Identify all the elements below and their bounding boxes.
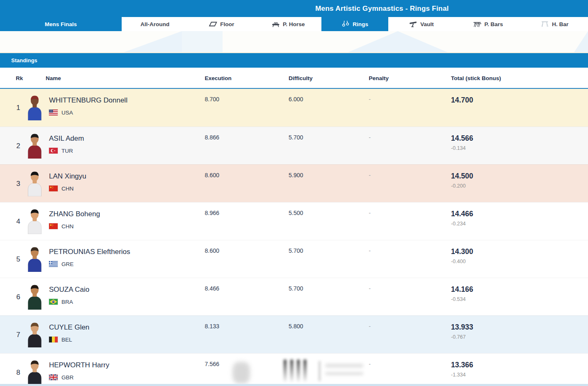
total-value: 13.933 xyxy=(451,322,473,332)
column-header-rank: Rk xyxy=(16,75,23,81)
table-row[interactable]: 1 WHITTENBURG Donnell USA 8.700 6.000 - … xyxy=(0,89,588,127)
decor-rectangle xyxy=(182,31,223,52)
athlete-block: SOUZA Caio BRA xyxy=(49,285,89,305)
flag-chn xyxy=(49,223,58,229)
table-row[interactable]: 3 LAN Xingyu CHN 8.600 5.900 - 14.500 -0… xyxy=(0,164,588,202)
athlete-photo xyxy=(25,208,44,234)
athlete-block: LAN Xingyu CHN xyxy=(49,172,86,192)
standings-rows: 1 WHITTENBURG Donnell USA 8.700 6.000 - … xyxy=(0,89,588,386)
tab-p-horse[interactable]: P. Horse xyxy=(255,17,321,31)
total-cell: 14.500 -0.200 xyxy=(451,171,473,189)
blurred-watermark xyxy=(230,357,359,386)
page-title: Mens Artistic Gymnastics - Rings Final xyxy=(174,0,588,17)
flag-gbr xyxy=(49,374,58,380)
athlete-photo xyxy=(25,95,44,120)
flag-chn xyxy=(49,186,58,191)
rank-cell: 1 xyxy=(12,89,24,127)
execution-value: 8.466 xyxy=(205,285,219,292)
vault-icon xyxy=(409,21,417,27)
decor-triangle xyxy=(348,31,398,52)
decor-triangle xyxy=(568,31,588,52)
pommel-horse-icon xyxy=(272,21,280,27)
total-deduction: -0.234 xyxy=(451,221,473,227)
country-code: GRE xyxy=(61,261,74,267)
column-header-penalty: Penalty xyxy=(369,75,389,81)
execution-value: 8.600 xyxy=(205,172,219,178)
total-value: 14.300 xyxy=(451,247,473,256)
execution-value: 8.866 xyxy=(205,134,219,141)
athlete-block: ZHANG Boheng CHN xyxy=(49,210,100,230)
total-value: 13.366 xyxy=(451,360,473,369)
flag-usa xyxy=(49,110,58,115)
rank-cell: 6 xyxy=(12,278,24,316)
total-value: 14.566 xyxy=(451,134,473,143)
table-row[interactable]: 2 ASIL Adem TUR 8.866 5.700 - 14.566 -0.… xyxy=(0,127,588,164)
athlete-block: PETROUNIAS Eleftherios GRE xyxy=(49,247,130,267)
tab-label: P. Horse xyxy=(283,21,305,27)
total-value: 14.166 xyxy=(451,285,473,294)
decor-triangle xyxy=(124,31,182,52)
floor-icon xyxy=(209,21,217,27)
total-deduction: -0.767 xyxy=(451,334,473,340)
athlete-name: HEPWORTH Harry xyxy=(49,361,109,370)
country-code: GBR xyxy=(61,374,74,381)
country-code: USA xyxy=(61,110,73,116)
country-code: CHN xyxy=(61,223,74,230)
total-cell: 13.933 -0.767 xyxy=(451,322,473,340)
high-bar-icon xyxy=(541,21,549,27)
table-row[interactable]: 5 PETROUNIAS Eleftherios GRE 8.600 5.700… xyxy=(0,240,588,278)
table-row[interactable]: 8 HEPWORTH Harry GBR 7.566 - 13.366 -1.3… xyxy=(0,353,588,386)
athlete-name: CUYLE Glen xyxy=(49,323,89,332)
total-cell: 14.700 xyxy=(451,95,473,105)
athlete-photo xyxy=(25,171,44,196)
penalty-value: - xyxy=(369,96,371,103)
execution-value: 8.966 xyxy=(205,210,219,216)
penalty-value: - xyxy=(369,172,371,178)
penalty-value: - xyxy=(369,247,371,254)
difficulty-value: 5.700 xyxy=(289,134,303,141)
rank-cell: 2 xyxy=(12,127,24,165)
total-deduction: -0.134 xyxy=(451,145,473,151)
tab-mens-finals-label: Mens Finals xyxy=(45,21,77,27)
difficulty-value: 5.900 xyxy=(289,172,303,178)
table-row[interactable]: 7 CUYLE Glen BEL 8.133 5.800 - 13.933 -0… xyxy=(0,315,588,353)
difficulty-value: 6.000 xyxy=(289,96,303,103)
table-row[interactable]: 6 SOUZA Caio BRA 8.466 5.700 - 14.166 -0… xyxy=(0,278,588,315)
table-row[interactable]: 4 ZHANG Boheng CHN 8.966 5.500 - 14.466 … xyxy=(0,202,588,240)
penalty-value: - xyxy=(369,210,371,216)
results-page: Mens Artistic Gymnastics - Rings Final M… xyxy=(0,0,588,386)
total-value: 14.500 xyxy=(451,171,473,181)
tab-label: Rings xyxy=(353,21,368,27)
tab-all-around[interactable]: All-Around xyxy=(122,17,188,31)
tab-vault[interactable]: Vault xyxy=(388,17,455,31)
rank-cell: 7 xyxy=(12,316,24,354)
execution-value: 8.700 xyxy=(205,96,219,103)
table-header: Rk Name Execution Difficulty Penalty Tot… xyxy=(0,68,588,89)
title-bar: Mens Artistic Gymnastics - Rings Final xyxy=(0,0,588,17)
execution-value: 7.566 xyxy=(205,361,219,367)
rings-icon xyxy=(341,21,350,27)
penalty-value: - xyxy=(369,323,371,330)
tab-p-bars[interactable]: P. Bars xyxy=(455,17,521,31)
tab-strip-tabs: All-Around Floor P. Horse Rings Vault P.… xyxy=(122,17,588,31)
athlete-name: LAN Xingyu xyxy=(49,172,86,181)
rank-cell: 5 xyxy=(12,240,24,278)
bottom-strip xyxy=(0,384,588,386)
flag-gre xyxy=(49,261,58,267)
tab-label: H. Bar xyxy=(552,21,568,27)
tab-floor[interactable]: Floor xyxy=(188,17,255,31)
total-cell: 14.166 -0.534 xyxy=(451,285,473,302)
tab-rings[interactable]: Rings xyxy=(321,17,388,31)
column-header-execution: Execution xyxy=(205,75,232,81)
tab-mens-finals[interactable]: Mens Finals xyxy=(0,17,122,31)
flag-bra xyxy=(49,299,58,305)
standings-section-bar: Standings xyxy=(0,53,588,68)
athlete-photo xyxy=(25,246,44,272)
execution-value: 8.600 xyxy=(205,247,219,254)
athlete-photo xyxy=(25,359,44,385)
athlete-name: ZHANG Boheng xyxy=(49,210,100,219)
rank-cell: 8 xyxy=(12,354,24,386)
athlete-photo xyxy=(25,133,44,159)
tab-h-bar[interactable]: H. Bar xyxy=(522,17,588,31)
column-header-name: Name xyxy=(46,75,61,81)
